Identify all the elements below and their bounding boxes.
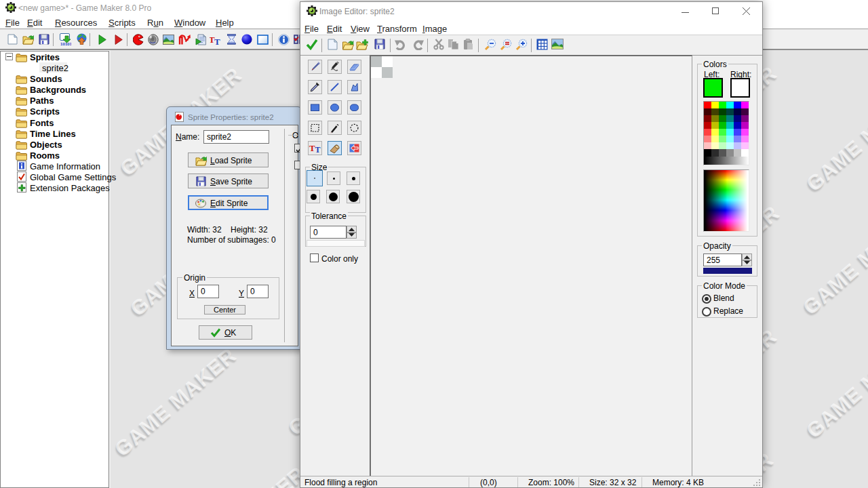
svg-text:10101: 10101 bbox=[60, 41, 71, 46]
svg-text:T: T bbox=[315, 145, 321, 155]
svg-text:T: T bbox=[214, 37, 220, 45]
